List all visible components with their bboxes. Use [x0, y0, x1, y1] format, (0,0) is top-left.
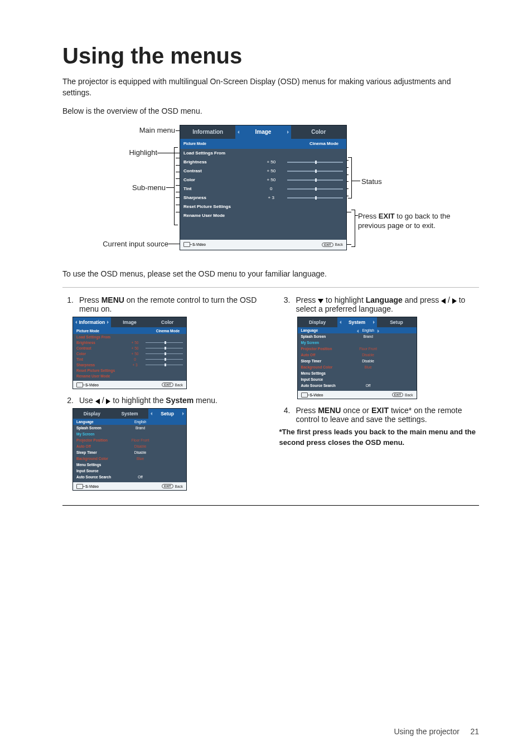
step-3: 3. Press to highlight Language and press…	[279, 295, 480, 313]
osd-exit-back: EXIT Back	[322, 243, 343, 247]
step-1: 1. Press MENU on the remote control to t…	[62, 295, 263, 313]
osd-source: S-Video	[183, 242, 206, 247]
step-2: 2. Use / to highlight the System menu.	[62, 396, 263, 405]
ann-main-menu: Main menu	[62, 126, 175, 134]
step-note: *The first press leads you back to the m…	[279, 427, 480, 447]
ann-highlight: Highlight	[62, 148, 157, 157]
step-4: 4. Press MENU once or EXIT twice* on the…	[279, 406, 480, 424]
outro: To use the OSD menus, please set the OSD…	[62, 269, 479, 280]
source-icon	[183, 242, 190, 247]
ann-status: Status	[361, 177, 382, 186]
intro-2: Below is the overview of the OSD menu.	[62, 106, 479, 117]
divider-1	[62, 287, 479, 288]
page-footer: Using the projector 21	[394, 727, 479, 736]
page-title: Using the menus	[62, 43, 479, 69]
ann-input-source: Current input source	[62, 240, 168, 248]
osd-step3-screenshot: DisplaySystemSetup LanguageEnglishSplash…	[297, 317, 417, 399]
osd-step2-screenshot: DisplaySystemSetup LanguageEnglishSplash…	[72, 408, 187, 491]
ann-exit: Press EXIT to go back to the previous pa…	[358, 211, 464, 231]
osd-overview-diagram: Main menu Highlight Sub-menu Current inp…	[62, 125, 479, 259]
osd-main-screenshot: InformationImageColor Picture ModeCinema…	[180, 125, 347, 250]
osd-step1-screenshot: InformationImageColor Picture ModeCinema…	[72, 317, 187, 389]
ann-sub-menu: Sub-menu	[62, 183, 166, 192]
intro-1: The projector is equipped with multiling…	[62, 76, 479, 98]
divider-2	[62, 505, 479, 506]
